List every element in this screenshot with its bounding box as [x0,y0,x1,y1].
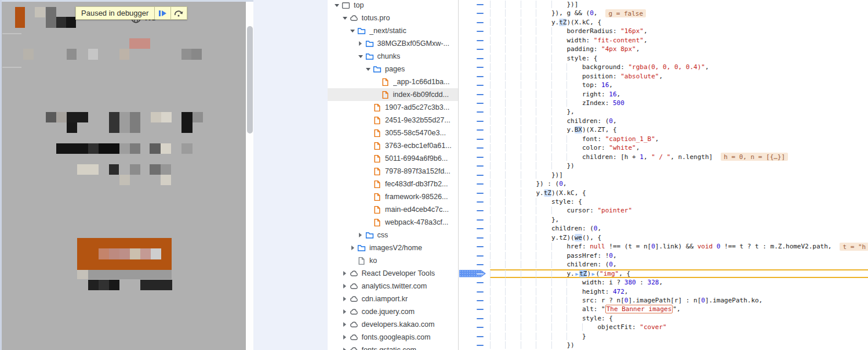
tree-item-5011-6994a6f9b6-[interactable]: 5011-6994a6f9b6... [328,152,458,165]
continue-to-here-icon[interactable]: ▶ [592,271,595,277]
fold-marker[interactable] [477,175,484,176]
tree-item-38mgzbxf05gmxw--[interactable]: 38MGZBxf05GMxw-... [328,37,458,50]
chevron-right-icon[interactable] [357,233,364,237]
chevron-right-icon[interactable] [342,309,348,314]
fold-marker[interactable] [477,94,484,95]
code-line-text[interactable]: passHref: !0, [490,251,868,260]
breakpoint-gutter[interactable] [459,305,490,313]
fold-marker[interactable] [477,31,484,32]
fold-marker[interactable] [477,327,484,328]
breakpoint-gutter[interactable] [459,161,490,170]
code-line-text[interactable]: }) : (0, [490,179,868,188]
breakpoint-gutter[interactable] [459,36,490,45]
breakpoint-gutter[interactable] [459,206,490,215]
fold-marker[interactable] [477,193,484,194]
breakpoint-gutter[interactable] [459,54,490,63]
breakpoint-gutter[interactable] [459,63,490,71]
code-line-text[interactable]: }, [490,107,868,116]
fold-marker[interactable] [477,255,484,257]
chevron-right-icon[interactable] [342,284,348,288]
code-line-text[interactable]: }), g && (0,g = false [490,9,868,17]
fold-marker[interactable] [477,210,484,211]
chevron-right-icon[interactable] [349,246,356,250]
code-line-text[interactable]: right: 16, [490,90,868,99]
chevron-right-icon[interactable] [342,348,348,350]
fold-marker[interactable] [477,345,484,346]
fold-marker[interactable] [477,246,484,247]
tree-item-analytics-twitter-com[interactable]: analytics.twitter.com [328,280,458,293]
code-line-text[interactable]: width: "fit-content", [490,36,868,45]
fold-marker[interactable] [477,40,484,41]
tree-item-pages[interactable]: pages [328,63,458,75]
fold-marker[interactable] [477,58,484,59]
breakpoint-gutter[interactable] [459,278,490,287]
fold-marker[interactable] [477,183,484,185]
resume-script-button[interactable] [155,7,170,19]
code-line-text[interactable]: children: (0, [490,117,868,125]
code-line-text[interactable]: children: [h + 1, " / ", n.length]h = 0,… [490,153,868,161]
tree-item-totus-pro[interactable]: totus.pro [328,12,458,24]
chevron-down-icon[interactable] [333,4,340,7]
breakpoint-gutter[interactable] [459,27,490,35]
breakpoint-gutter[interactable] [459,341,490,349]
breakpoint-gutter[interactable] [459,117,490,125]
chevron-down-icon[interactable] [349,30,356,33]
fold-marker[interactable] [477,318,484,319]
fold-marker[interactable] [477,237,484,239]
page-scrollbar-thumb[interactable] [247,26,253,133]
step-over-button[interactable] [171,7,187,19]
breakpoint-gutter[interactable] [459,18,490,27]
breakpoint-gutter[interactable] [459,224,490,233]
code-line-text[interactable]: height: 472, [490,287,868,296]
fold-marker[interactable] [477,273,484,275]
fold-marker[interactable] [477,291,484,293]
fold-marker[interactable] [477,85,484,86]
code-line-text[interactable]: style: { [490,197,868,206]
code-line-text[interactable]: y.tZ)(X.kC, { [490,18,868,27]
code-line-text[interactable]: }) [490,341,868,349]
fold-marker[interactable] [477,111,484,113]
tree-item-index-6b09fcdd-[interactable]: index-6b09fcdd... [328,88,458,101]
code-line-text[interactable]: style: { [490,314,868,323]
breakpoint-gutter[interactable] [459,107,490,116]
code-line-text[interactable]: borderRadius: "16px", [490,27,868,35]
fold-marker[interactable] [477,336,484,337]
fold-marker[interactable] [477,300,484,301]
chevron-right-icon[interactable] [342,297,348,301]
fold-marker[interactable] [477,49,484,50]
tree-item-fonts-gstatic-com[interactable]: fonts.gstatic.com [328,344,458,350]
code-line-text[interactable]: padding: "4px 8px", [490,45,868,53]
fold-marker[interactable] [477,139,484,140]
breakpoint-gutter[interactable] [459,153,490,161]
tree-item-fonts-googleapis-com[interactable]: fonts.googleapis.com [328,331,458,344]
fold-marker[interactable] [477,157,484,158]
code-line-text[interactable]: })] [490,171,868,179]
fold-marker[interactable] [477,129,484,131]
breakpoint-gutter[interactable] [459,125,490,134]
breakpoint-gutter[interactable] [459,332,490,341]
fold-marker[interactable] [477,4,484,5]
chevron-right-icon[interactable] [342,322,348,327]
code-line-text[interactable]: position: "absolute", [490,72,868,81]
breakpoint-gutter[interactable] [459,189,490,197]
tree-item-ko[interactable]: ko [328,254,458,267]
fold-marker[interactable] [477,282,484,283]
breakpoint-gutter[interactable] [459,296,490,305]
tree-item-main-ed4ceb4c7c-[interactable]: main-ed4ceb4c7c... [328,203,458,216]
code-line-text[interactable]: children: (0, [490,224,868,233]
tree-item-webpack-478a3cf-[interactable]: webpack-478a3cf... [328,216,458,229]
breakpoint-gutter[interactable] [459,323,490,331]
tree-item-top[interactable]: top [328,0,458,12]
code-line-text[interactable]: background: "rgba(0, 0, 0, 0.4)", [490,63,868,71]
code-line-text[interactable]: })] [490,0,868,9]
breakpoint-gutter[interactable] [459,269,490,278]
breakpoint-gutter[interactable] [459,9,490,17]
chevron-right-icon[interactable] [357,41,364,46]
code-line-text[interactable]: color: "white", [490,143,868,152]
breakpoint-gutter[interactable] [459,287,490,296]
tree-item-_app-1c66d1ba-[interactable]: _app-1c66d1ba... [328,75,458,88]
fold-marker[interactable] [477,309,484,310]
tree-item-framework-98526-[interactable]: framework-98526... [328,190,458,203]
tree-item-chunks[interactable]: chunks [328,50,458,63]
tree-item-1907-ad5c27c3b3-[interactable]: 1907-ad5c27c3b3... [328,101,458,114]
